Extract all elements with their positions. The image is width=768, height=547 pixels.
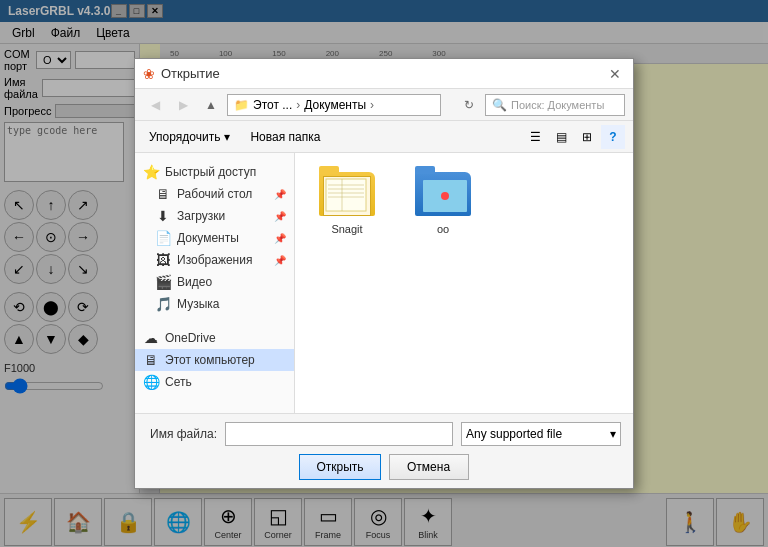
images-pin: 📌 xyxy=(274,255,286,266)
desktop-icon: 🖥 xyxy=(155,186,171,202)
dialog-body: ⭐ Быстрый доступ 🖥 Рабочий стол 📌 ⬇ Загр… xyxy=(135,153,633,413)
filetype-label: Any supported file xyxy=(466,427,562,441)
downloads-pin: 📌 xyxy=(274,211,286,222)
file-item-oo[interactable]: oo xyxy=(403,165,483,239)
network-icon: 🌐 xyxy=(143,374,159,390)
refresh-button[interactable]: ↻ xyxy=(457,93,481,117)
search-placeholder: Поиск: Документы xyxy=(511,99,604,111)
onedrive-label: OneDrive xyxy=(165,331,216,345)
dialog-title-icon: ❀ xyxy=(143,66,155,82)
filetype-chevron: ▾ xyxy=(610,427,616,441)
documents-pin: 📌 xyxy=(274,233,286,244)
svg-rect-0 xyxy=(326,179,366,211)
quick-access-icon: ⭐ xyxy=(143,164,159,180)
sidebar-downloads[interactable]: ⬇ Загрузки 📌 xyxy=(135,205,294,227)
filetype-select[interactable]: Any supported file ▾ xyxy=(461,422,621,446)
cancel-button[interactable]: Отмена xyxy=(389,454,469,480)
dialog-overlay: ❀ Открытие ✕ ◀ ▶ ▲ 📁 Этот ... › Документ… xyxy=(0,0,768,547)
dialog-files-area: Snagit oo xyxy=(295,153,633,413)
breadcrumb-text2: Документы xyxy=(304,98,366,112)
nav-back-button[interactable]: ◀ xyxy=(143,93,167,117)
view-icons-button[interactable]: ⊞ xyxy=(575,125,599,149)
sidebar-documents[interactable]: 📄 Документы 📌 xyxy=(135,227,294,249)
dialog-titlebar: ❀ Открытие ✕ xyxy=(135,59,633,89)
filename-footer-label: Имя файла: xyxy=(147,427,217,441)
video-label: Видео xyxy=(177,275,212,289)
new-folder-button[interactable]: Новая папка xyxy=(244,128,326,146)
sidebar-music[interactable]: 🎵 Музыка xyxy=(135,293,294,315)
oo-folder-icon xyxy=(413,169,473,219)
video-icon: 🎬 xyxy=(155,274,171,290)
sidebar-video[interactable]: 🎬 Видео xyxy=(135,271,294,293)
downloads-label: Загрузки xyxy=(177,209,225,223)
dialog-toolbar: Упорядочить ▾ Новая папка ☰ ▤ ⊞ ? xyxy=(135,121,633,153)
snagit-folder-icon xyxy=(317,169,377,219)
footer-row2: Открыть Отмена xyxy=(147,454,621,480)
sidebar-this-pc[interactable]: 🖥 Этот компьютер xyxy=(135,349,294,371)
new-folder-label: Новая папка xyxy=(250,130,320,144)
network-label: Сеть xyxy=(165,375,192,389)
images-icon: 🖼 xyxy=(155,252,171,268)
downloads-icon: ⬇ xyxy=(155,208,171,224)
search-icon: 🔍 xyxy=(492,98,507,112)
breadcrumb-icon: 📁 xyxy=(234,98,249,112)
file-item-snagit[interactable]: Snagit xyxy=(307,165,387,239)
nav-forward-button[interactable]: ▶ xyxy=(171,93,195,117)
snagit-label: Snagit xyxy=(331,223,362,235)
sidebar-onedrive[interactable]: ☁ OneDrive xyxy=(135,327,294,349)
view-list-button[interactable]: ☰ xyxy=(523,125,547,149)
dialog-close-button[interactable]: ✕ xyxy=(605,64,625,84)
onedrive-icon: ☁ xyxy=(143,330,159,346)
dialog-nav-bar: ◀ ▶ ▲ 📁 Этот ... › Документы › ↻ 🔍 Поиск… xyxy=(135,89,633,121)
view-details-button[interactable]: ▤ xyxy=(549,125,573,149)
music-icon: 🎵 xyxy=(155,296,171,312)
oo-label: oo xyxy=(437,223,449,235)
help-button[interactable]: ? xyxy=(601,125,625,149)
organize-button[interactable]: Упорядочить ▾ xyxy=(143,128,236,146)
blue-dot xyxy=(441,192,449,200)
breadcrumb-sep2: › xyxy=(370,98,374,112)
desktop-label: Рабочий стол xyxy=(177,187,252,201)
breadcrumb[interactable]: 📁 Этот ... › Документы › xyxy=(227,94,441,116)
sidebar-quick-access: ⭐ Быстрый доступ xyxy=(135,161,294,183)
open-file-dialog: ❀ Открытие ✕ ◀ ▶ ▲ 📁 Этот ... › Документ… xyxy=(134,58,634,489)
open-button[interactable]: Открыть xyxy=(299,454,380,480)
organize-label: Упорядочить xyxy=(149,130,220,144)
dialog-title: Открытие xyxy=(161,66,605,81)
breadcrumb-text1: Этот ... xyxy=(253,98,292,112)
sidebar-network[interactable]: 🌐 Сеть xyxy=(135,371,294,393)
dialog-sidebar: ⭐ Быстрый доступ 🖥 Рабочий стол 📌 ⬇ Загр… xyxy=(135,153,295,413)
sidebar-images[interactable]: 🖼 Изображения 📌 xyxy=(135,249,294,271)
quick-access-label: Быстрый доступ xyxy=(165,165,256,179)
search-bar[interactable]: 🔍 Поиск: Документы xyxy=(485,94,625,116)
nav-up-button[interactable]: ▲ xyxy=(199,93,223,117)
organize-chevron: ▾ xyxy=(224,130,230,144)
this-pc-label: Этот компьютер xyxy=(165,353,255,367)
images-label: Изображения xyxy=(177,253,252,267)
view-icons: ☰ ▤ ⊞ ? xyxy=(523,125,625,149)
music-label: Музыка xyxy=(177,297,219,311)
quick-access-group: ⭐ Быстрый доступ 🖥 Рабочий стол 📌 ⬇ Загр… xyxy=(135,161,294,315)
dialog-filename-input[interactable] xyxy=(225,422,453,446)
breadcrumb-sep1: › xyxy=(296,98,300,112)
desktop-pin: 📌 xyxy=(274,189,286,200)
dialog-footer: Имя файла: Any supported file ▾ Открыть … xyxy=(135,413,633,488)
documents-icon: 📄 xyxy=(155,230,171,246)
this-pc-icon: 🖥 xyxy=(143,352,159,368)
footer-row1: Имя файла: Any supported file ▾ xyxy=(147,422,621,446)
documents-label: Документы xyxy=(177,231,239,245)
sidebar-desktop[interactable]: 🖥 Рабочий стол 📌 xyxy=(135,183,294,205)
